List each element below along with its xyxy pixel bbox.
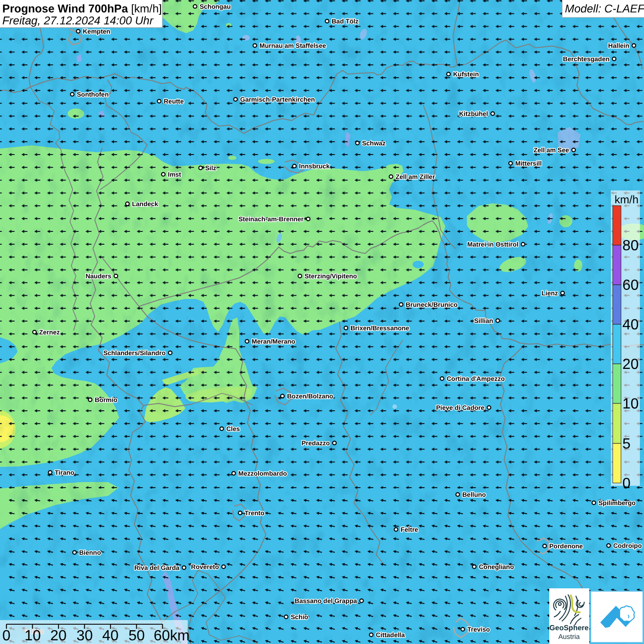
- svg-text:60: 60: [622, 276, 639, 293]
- svg-text:Bormio: Bormio: [95, 396, 117, 403]
- svg-text:Innsbruck: Innsbruck: [299, 162, 330, 170]
- svg-text:10: 10: [622, 395, 639, 412]
- svg-text:Kempten: Kempten: [83, 28, 110, 35]
- svg-text:Hallein: Hallein: [608, 42, 629, 49]
- svg-text:Cles: Cles: [226, 425, 240, 432]
- svg-text:Schwaz: Schwaz: [362, 139, 385, 147]
- svg-text:10: 10: [24, 627, 41, 644]
- svg-text:20: 20: [50, 627, 67, 644]
- svg-text:Garmisch-Partenkirchen: Garmisch-Partenkirchen: [240, 96, 315, 103]
- svg-text:Mittersill: Mittersill: [515, 160, 542, 167]
- svg-text:Reutte: Reutte: [164, 98, 184, 105]
- svg-text:Schlanders/Silandro: Schlanders/Silandro: [104, 349, 166, 356]
- svg-text:Tirano: Tirano: [55, 469, 75, 476]
- svg-text:Kitzbühel: Kitzbühel: [459, 110, 488, 117]
- svg-text:Cittadella: Cittadella: [376, 631, 405, 638]
- svg-text:Landeck: Landeck: [132, 200, 158, 207]
- svg-text:Prognose Wind 700hPa [km/h]: Prognose Wind 700hPa [km/h]: [2, 3, 162, 15]
- svg-text:Mezzolombardo: Mezzolombardo: [238, 470, 287, 477]
- svg-text:Sillian: Sillian: [474, 317, 493, 324]
- svg-text:Steinach-am-Brenner: Steinach-am-Brenner: [238, 215, 304, 223]
- svg-text:Cortina d'Ampezzo: Cortina d'Ampezzo: [447, 375, 505, 382]
- svg-text:Schio: Schio: [291, 613, 308, 621]
- svg-text:Predazzo: Predazzo: [302, 439, 330, 447]
- svg-text:Codroipo: Codroipo: [613, 542, 642, 549]
- svg-text:80: 80: [622, 237, 639, 253]
- svg-text:GeoSphere: GeoSphere: [549, 624, 588, 632]
- svg-text:0: 0: [2, 627, 11, 644]
- svg-text:5: 5: [622, 435, 631, 452]
- svg-text:Bienno: Bienno: [79, 549, 101, 556]
- svg-text:Sonthofen: Sonthofen: [77, 91, 109, 98]
- svg-text:Pieve di Cadore: Pieve di Cadore: [436, 404, 484, 411]
- svg-text:Trento: Trento: [245, 509, 264, 517]
- svg-text:Riva del Garda: Riva del Garda: [134, 564, 179, 571]
- svg-text:Bozen/Bolzano: Bozen/Bolzano: [287, 392, 333, 400]
- svg-text:Berchtesgaden: Berchtesgaden: [563, 55, 610, 63]
- svg-text:Zell am See: Zell am See: [534, 146, 569, 154]
- svg-text:60km: 60km: [154, 627, 190, 644]
- svg-text:20: 20: [622, 356, 639, 372]
- svg-text:Nauders: Nauders: [86, 272, 111, 280]
- svg-text:Belluno: Belluno: [462, 491, 486, 498]
- svg-text:Brixen/Bressanone: Brixen/Bressanone: [351, 324, 409, 332]
- svg-text:Silz: Silz: [205, 164, 216, 172]
- svg-text:Zell am Ziller: Zell am Ziller: [396, 173, 435, 180]
- svg-text:30: 30: [76, 627, 93, 644]
- svg-text:Bruneck/Brunico: Bruneck/Brunico: [406, 301, 458, 308]
- svg-text:Meran/Merano: Meran/Merano: [252, 338, 295, 345]
- svg-text:Conegliano: Conegliano: [479, 563, 514, 570]
- svg-text:Austria: Austria: [558, 633, 580, 641]
- svg-text:Feltre: Feltre: [401, 526, 418, 533]
- svg-text:km/h: km/h: [615, 194, 638, 206]
- svg-text:Schongau: Schongau: [200, 3, 231, 10]
- svg-text:0: 0: [622, 475, 631, 491]
- svg-text:40: 40: [102, 627, 119, 644]
- svg-text:Modell: C-LAEF: Modell: C-LAEF: [565, 3, 644, 15]
- svg-text:Bad Tölz: Bad Tölz: [332, 17, 358, 25]
- svg-text:Bassano del Grappa: Bassano del Grappa: [295, 597, 357, 604]
- svg-text:Lienz: Lienz: [541, 289, 558, 297]
- svg-text:Murnau am Staffelsee: Murnau am Staffelsee: [259, 42, 326, 49]
- svg-text:Sterzing/Vipiteno: Sterzing/Vipiteno: [305, 272, 357, 280]
- svg-text:Imst: Imst: [168, 171, 181, 178]
- svg-text:Rovereto: Rovereto: [191, 563, 219, 570]
- svg-text:Spilimbergo: Spilimbergo: [598, 499, 636, 506]
- svg-text:50: 50: [128, 627, 145, 644]
- svg-text:Pordenone: Pordenone: [549, 542, 583, 550]
- svg-text:40: 40: [622, 316, 639, 333]
- svg-text:Matrei in Osttirol: Matrei in Osttirol: [467, 241, 518, 248]
- svg-text:Kufstein: Kufstein: [453, 70, 479, 78]
- svg-text:Zernez: Zernez: [39, 328, 60, 336]
- svg-text:Freitag, 27.12.2024 14:00 Uhr: Freitag, 27.12.2024 14:00 Uhr: [2, 15, 154, 27]
- svg-text:Treviso: Treviso: [467, 626, 490, 633]
